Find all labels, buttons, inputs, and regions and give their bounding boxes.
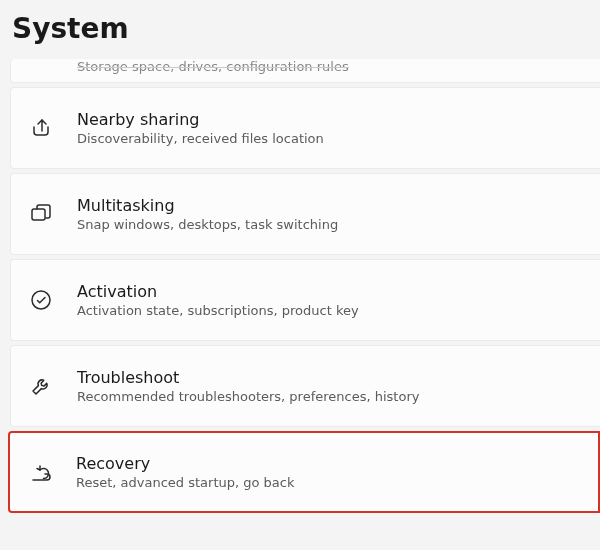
item-subtitle: Recommended troubleshooters, preferences… bbox=[77, 389, 419, 404]
recovery-icon bbox=[28, 460, 76, 484]
list-item-troubleshoot[interactable]: Troubleshoot Recommended troubleshooters… bbox=[10, 345, 600, 427]
share-icon bbox=[29, 116, 77, 140]
wrench-icon bbox=[29, 374, 77, 398]
item-subtitle: Storage space, drives, configuration rul… bbox=[77, 59, 349, 74]
item-title: Nearby sharing bbox=[77, 110, 324, 129]
list-item-activation[interactable]: Activation Activation state, subscriptio… bbox=[10, 259, 600, 341]
item-subtitle: Discoverability, received files location bbox=[77, 131, 324, 146]
settings-list: Storage space, drives, configuration rul… bbox=[0, 59, 600, 513]
multitasking-icon bbox=[29, 202, 77, 226]
list-item-nearby-sharing[interactable]: Nearby sharing Discoverability, received… bbox=[10, 87, 600, 169]
list-item-storage[interactable]: Storage space, drives, configuration rul… bbox=[10, 59, 600, 83]
page-title: System bbox=[0, 0, 600, 59]
item-title: Troubleshoot bbox=[77, 368, 419, 387]
item-title: Activation bbox=[77, 282, 359, 301]
check-circle-icon bbox=[29, 288, 77, 312]
item-subtitle: Snap windows, desktops, task switching bbox=[77, 217, 338, 232]
item-subtitle: Activation state, subscriptions, product… bbox=[77, 303, 359, 318]
list-item-multitasking[interactable]: Multitasking Snap windows, desktops, tas… bbox=[10, 173, 600, 255]
item-title: Recovery bbox=[76, 454, 295, 473]
svg-point-1 bbox=[32, 291, 50, 309]
svg-rect-0 bbox=[32, 209, 45, 220]
item-subtitle: Reset, advanced startup, go back bbox=[76, 475, 295, 490]
list-item-recovery[interactable]: Recovery Reset, advanced startup, go bac… bbox=[8, 431, 600, 513]
item-title: Multitasking bbox=[77, 196, 338, 215]
